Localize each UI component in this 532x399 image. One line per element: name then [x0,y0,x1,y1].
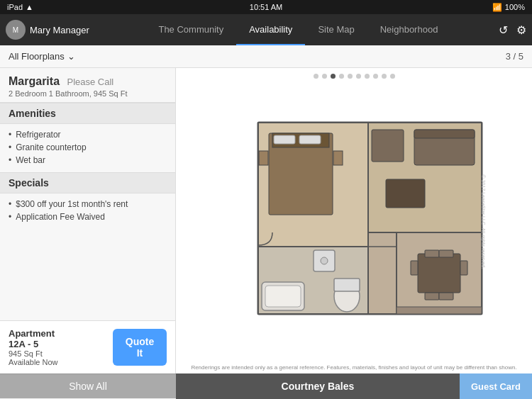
apt-name: Apartment 12A - 5 [9,328,107,349]
tab-community[interactable]: The Community [145,14,236,45]
dot-8[interactable] [373,74,378,79]
floorplan-label: All Floorplans [9,51,65,62]
bottom-section: Show All Courtney Bales Guest Card [0,373,532,399]
avatar: M [6,20,26,40]
amenities-list: •Refrigerator •Granite countertop •Wet b… [0,124,175,172]
quote-section: Apartment 12A - 5 945 Sq Ft Available No… [0,320,175,373]
dot-6[interactable] [356,74,361,79]
bottom-left: Show All [0,373,176,399]
unit-name: Margarita [9,75,60,87]
nav-bar: M Mary Manager The Community Availabilit… [0,14,532,45]
dot-2[interactable] [322,74,327,79]
svg-rect-24 [411,261,418,275]
special-label: Application Fee Waived [16,212,105,222]
svg-rect-25 [460,261,467,275]
amenities-header: Amenities [0,103,175,124]
bullet-icon: • [9,199,11,209]
quote-it-button[interactable]: Quote It [113,329,167,366]
svg-rect-6 [259,151,268,165]
apt-info: Apartment 12A - 5 945 Sq Ft Available No… [9,328,107,366]
bullet-icon: • [9,155,11,165]
dot-5[interactable] [348,74,353,79]
nav-tabs: The Community Availability Site Map Neig… [98,14,499,45]
tab-availability[interactable]: Availability [236,14,305,45]
svg-rect-7 [333,151,343,165]
dot-7[interactable] [365,74,370,79]
dot-9[interactable] [382,74,387,79]
floorplan-counter: 3 / 5 [506,51,523,62]
status-left: iPad ▲ [7,3,33,11]
guest-card-button[interactable]: Guest Card [460,373,532,399]
show-all-button[interactable]: Show All [0,373,176,398]
bullet-icon: • [9,142,11,152]
bluetooth-icon: 📶 [492,3,502,12]
svg-rect-28 [439,250,453,257]
svg-rect-5 [299,135,321,144]
dot-4[interactable] [339,74,344,79]
dot-3-active[interactable] [331,74,336,79]
specials-header: Specials [0,172,175,193]
svg-point-19 [321,257,328,264]
svg-rect-29 [439,293,453,300]
svg-rect-27 [425,293,439,300]
floorplan-svg [216,112,492,332]
battery-label: 100% [505,3,525,11]
svg-rect-26 [425,250,439,257]
dot-nav [176,68,532,82]
svg-rect-12 [386,179,425,208]
list-item: •$300 off your 1st month's rent [9,198,167,210]
bottom-right: Courtney Bales Guest Card [176,373,532,399]
amenity-label: Wet bar [16,155,45,165]
dot-10[interactable] [390,74,395,79]
apt-availability: Available Now [9,358,107,366]
svg-rect-17 [265,286,301,307]
unit-details: 2 Bedroom 1 Bathroom, 945 Sq Ft [9,89,167,98]
user-name-bar: Courtney Bales [176,373,460,399]
list-item: •Wet bar [9,154,167,167]
list-item: •Granite countertop [9,141,167,154]
main-content: Margarita Please Call 2 Bedroom 1 Bathro… [0,68,532,373]
amenity-label: Granite countertop [16,142,86,152]
refresh-icon[interactable]: ↺ [499,23,508,37]
unit-price: Please Call [67,77,113,87]
floorplan-bar: All Floorplans ⌄ 3 / 5 [0,45,532,68]
disclaimer-text: Renderings are intended only as a genera… [176,361,532,373]
status-bar: iPad ▲ 10:51 AM 📶 100% [0,0,532,14]
svg-rect-13 [372,130,404,162]
status-right: 📶 100% [492,3,525,12]
unit-info: Margarita Please Call 2 Bedroom 1 Bathro… [0,68,175,103]
status-time: 10:51 AM [250,3,282,11]
floorplan-image: © 2017 LeaseStar LLC. All rights reserve… [176,82,532,361]
apt-sqft: 945 Sq Ft [9,349,107,358]
special-label: $300 off your 1st month's rent [16,199,128,209]
svg-rect-23 [418,254,460,293]
svg-rect-14 [368,232,397,314]
left-panel: Margarita Please Call 2 Bedroom 1 Bathro… [0,68,176,373]
dot-1[interactable] [314,74,318,79]
chevron-down-icon[interactable]: ⌄ [67,51,75,62]
specials-list: •$300 off your 1st month's rent •Applica… [0,193,175,229]
tab-sitemap[interactable]: Site Map [305,14,367,45]
nav-icons: ↺ ⚙ [499,23,526,37]
username-label: Mary Manager [30,25,89,35]
svg-rect-4 [274,135,295,144]
svg-rect-11 [414,130,475,138]
floorplan-left: All Floorplans ⌄ [9,51,75,62]
svg-rect-32 [397,307,482,314]
bullet-icon: • [9,212,11,222]
list-item: •Application Fee Waived [9,210,167,223]
list-item: •Refrigerator [9,128,167,141]
tab-neighborhood[interactable]: Neighborhood [367,14,451,45]
bullet-icon: • [9,130,11,140]
settings-icon[interactable]: ⚙ [516,23,526,37]
amenity-label: Refrigerator [16,130,60,140]
watermark-text: © 2017 LeaseStar LLC. All rights reserve… [481,174,486,269]
wifi-icon: ▲ [26,3,33,11]
carrier-label: iPad [7,3,23,11]
right-panel: © 2017 LeaseStar LLC. All rights reserve… [176,68,532,373]
svg-rect-21 [334,279,360,291]
